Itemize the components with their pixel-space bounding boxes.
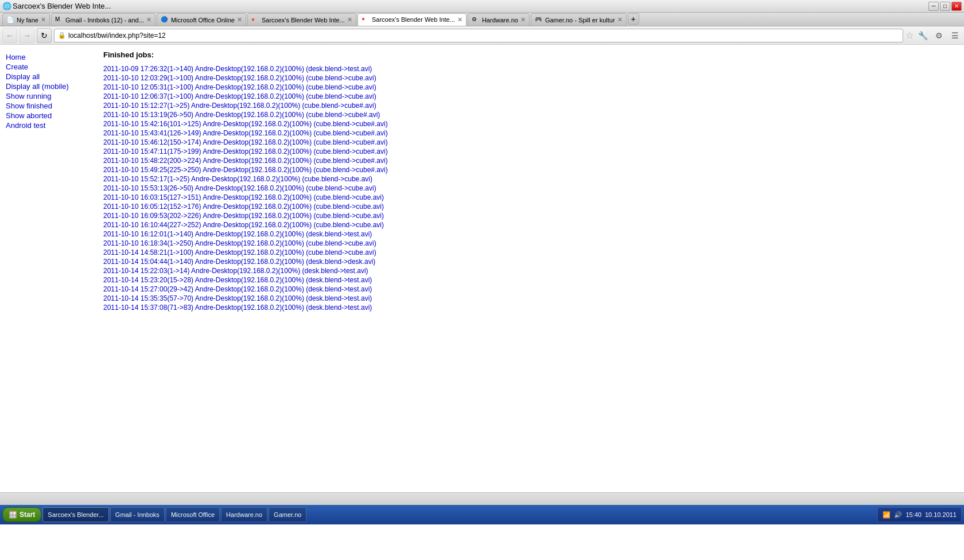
tabs-bar: 📄 Ny fane ✕ M Gmail - Innboks (12) - and… bbox=[0, 13, 964, 26]
browser-icon: 🌐 bbox=[2, 2, 11, 10]
address-bar[interactable]: 🔒 localhost/bwi/index.php?site=12 bbox=[54, 29, 903, 42]
tab-close-icon[interactable]: ✕ bbox=[41, 16, 46, 24]
tab-close-icon[interactable]: ✕ bbox=[347, 16, 352, 24]
tab-label: Gamer.no - Spill er kultur bbox=[545, 17, 615, 24]
sidebar-item-home[interactable]: Home bbox=[6, 53, 98, 61]
tray-icon-sound: 🔊 bbox=[894, 511, 902, 519]
job-link[interactable]: 2011-10-10 15:53:13(26->50) Andre-Deskto… bbox=[103, 184, 958, 192]
tab-close-icon[interactable]: ✕ bbox=[520, 16, 526, 24]
tab-blender1[interactable]: ● Sarcoex's Blender Web Inte... ✕ bbox=[247, 13, 356, 26]
job-link[interactable]: 2011-10-14 14:58:21(1->100) Andre-Deskto… bbox=[103, 248, 958, 256]
new-tab-button[interactable]: + bbox=[628, 13, 639, 25]
sidebar-item-android-test[interactable]: Android test bbox=[6, 121, 98, 130]
sidebar-item-display-all[interactable]: Display all bbox=[6, 72, 98, 81]
tray-time: 15:40 bbox=[905, 511, 922, 518]
tab-favicon: ● bbox=[362, 15, 370, 24]
title-bar: 🌐 Sarcoex's Blender Web Inte... ─ □ ✕ bbox=[0, 0, 964, 13]
job-link[interactable]: 2011-10-14 15:23:20(15->28) Andre-Deskto… bbox=[103, 276, 958, 284]
start-button[interactable]: 🪟 Start bbox=[2, 507, 41, 522]
job-link[interactable]: 2011-10-10 16:03:15(127->151) Andre-Desk… bbox=[103, 193, 958, 201]
tab-hardware[interactable]: ⚙ Hardware.no ✕ bbox=[468, 13, 530, 26]
status-bar bbox=[0, 492, 964, 505]
tab-label: Sarcoex's Blender Web Inte... bbox=[372, 16, 455, 23]
close-button[interactable]: ✕ bbox=[951, 2, 962, 11]
minimize-button[interactable]: ─ bbox=[928, 2, 939, 11]
job-link[interactable]: 2011-10-14 15:04:44(1->140) Andre-Deskto… bbox=[103, 258, 958, 266]
start-icon: 🪟 bbox=[9, 511, 17, 519]
job-link[interactable]: 2011-10-10 12:03:29(1->100) Andre-Deskto… bbox=[103, 74, 958, 82]
tab-label: Hardware.no bbox=[482, 17, 518, 24]
job-link[interactable]: 2011-10-10 15:46:12(150->174) Andre-Desk… bbox=[103, 138, 958, 146]
bookmark-star-icon[interactable]: ☆ bbox=[905, 30, 914, 41]
tab-gmail[interactable]: M Gmail - Innboks (12) - and... ✕ bbox=[51, 13, 156, 26]
tab-favicon: M bbox=[55, 16, 63, 24]
tab-label: Microsoft Office Online bbox=[171, 17, 235, 24]
tab-close-icon[interactable]: ✕ bbox=[146, 16, 151, 24]
job-link[interactable]: 2011-10-10 15:52:17(1->25) Andre-Desktop… bbox=[103, 175, 958, 183]
sidebar-item-display-all-mobile[interactable]: Display all (mobile) bbox=[6, 82, 98, 91]
navigation-bar: ← → ↻ 🔒 localhost/bwi/index.php?site=12 … bbox=[0, 26, 964, 45]
job-link[interactable]: 2011-10-10 15:48:22(200->224) Andre-Desk… bbox=[103, 157, 958, 165]
menu-icon[interactable]: ☰ bbox=[948, 29, 962, 42]
job-link[interactable]: 2011-10-10 12:05:31(1->100) Andre-Deskto… bbox=[103, 83, 958, 91]
tab-gamer[interactable]: 🎮 Gamer.no - Spill er kultur ✕ bbox=[531, 13, 627, 26]
taskbar-tray: 📶 🔊 15:40 10.10.2011 bbox=[877, 507, 962, 522]
job-link[interactable]: 2011-10-14 15:27:00(29->42) Andre-Deskto… bbox=[103, 285, 958, 293]
job-link[interactable]: 2011-10-10 16:12:01(1->140) Andre-Deskto… bbox=[103, 230, 958, 238]
job-link[interactable]: 2011-10-14 15:37:08(71->83) Andre-Deskto… bbox=[103, 304, 958, 312]
sidebar-item-show-finished[interactable]: Show finished bbox=[6, 102, 98, 110]
sidebar-item-show-running[interactable]: Show running bbox=[6, 92, 98, 100]
taskbar-item[interactable]: Sarcoex's Blender... bbox=[42, 507, 109, 522]
start-label: Start bbox=[20, 511, 35, 519]
nav-right-controls: ☆ 🔧 ⚙ ☰ bbox=[905, 29, 962, 42]
job-link[interactable]: 2011-10-10 15:43:41(126->149) Andre-Desk… bbox=[103, 129, 958, 137]
sidebar: Home Create Display all Display all (mob… bbox=[6, 50, 98, 487]
maximize-button[interactable]: □ bbox=[940, 2, 950, 11]
tab-favicon: 🎮 bbox=[535, 16, 543, 24]
tab-close-icon[interactable]: ✕ bbox=[617, 16, 623, 24]
sidebar-item-create[interactable]: Create bbox=[6, 63, 98, 71]
tray-icon-network: 📶 bbox=[883, 511, 891, 519]
jobs-list: 2011-10-09 17:26:32(1->140) Andre-Deskto… bbox=[103, 65, 958, 312]
reload-button[interactable]: ↻ bbox=[37, 28, 52, 43]
job-link[interactable]: 2011-10-10 15:13:19(26->50) Andre-Deskto… bbox=[103, 111, 958, 119]
wrench-icon[interactable]: 🔧 bbox=[916, 29, 930, 42]
tab-blender2[interactable]: ● Sarcoex's Blender Web Inte... ✕ bbox=[357, 13, 467, 26]
taskbar-item[interactable]: Microsoft Office bbox=[166, 507, 220, 522]
job-link[interactable]: 2011-10-10 15:47:11(175->199) Andre-Desk… bbox=[103, 147, 958, 155]
tab-office[interactable]: 🔵 Microsoft Office Online ✕ bbox=[157, 13, 246, 26]
job-link[interactable]: 2011-10-10 15:49:25(225->250) Andre-Desk… bbox=[103, 166, 958, 174]
job-link[interactable]: 2011-10-14 15:22:03(1->14) Andre-Desktop… bbox=[103, 267, 958, 275]
forward-button[interactable]: → bbox=[20, 28, 34, 43]
tab-close-icon[interactable]: ✕ bbox=[237, 16, 242, 24]
browser-chrome: 🌐 Sarcoex's Blender Web Inte... ─ □ ✕ 📄 … bbox=[0, 0, 964, 45]
tab-favicon: ● bbox=[251, 16, 259, 24]
job-link[interactable]: 2011-10-14 15:35:35(57->70) Andre-Deskto… bbox=[103, 294, 958, 302]
tab-close-icon[interactable]: ✕ bbox=[457, 16, 462, 24]
tools-icon[interactable]: ⚙ bbox=[932, 29, 946, 42]
job-link[interactable]: 2011-10-10 15:42:16(101->125) Andre-Desk… bbox=[103, 120, 958, 128]
tab-ny-fane[interactable]: 📄 Ny fane ✕ bbox=[2, 13, 50, 26]
main-content: Finished jobs: 2011-10-09 17:26:32(1->14… bbox=[98, 50, 958, 487]
job-link[interactable]: 2011-10-10 16:05:12(152->176) Andre-Desk… bbox=[103, 203, 958, 211]
job-link[interactable]: 2011-10-10 16:10:44(227->252) Andre-Desk… bbox=[103, 221, 958, 229]
job-link[interactable]: 2011-10-09 17:26:32(1->140) Andre-Deskto… bbox=[103, 65, 958, 73]
taskbar-item[interactable]: Gmail - Innboks bbox=[110, 507, 165, 522]
page-content: Home Create Display all Display all (mob… bbox=[0, 45, 964, 492]
job-link[interactable]: 2011-10-10 12:06:37(1->100) Andre-Deskto… bbox=[103, 92, 958, 100]
lock-icon: 🔒 bbox=[58, 32, 66, 39]
page-heading: Finished jobs: bbox=[103, 50, 958, 59]
tab-favicon: 🔵 bbox=[161, 16, 169, 24]
address-text: localhost/bwi/index.php?site=12 bbox=[68, 32, 899, 40]
tab-favicon: 📄 bbox=[6, 16, 14, 24]
job-link[interactable]: 2011-10-10 16:09:53(202->226) Andre-Desk… bbox=[103, 212, 958, 220]
taskbar-item[interactable]: Hardware.no bbox=[221, 507, 267, 522]
taskbar-item[interactable]: Gamer.no bbox=[269, 507, 306, 522]
title-bar-left: 🌐 Sarcoex's Blender Web Inte... bbox=[2, 2, 111, 10]
tab-label: Sarcoex's Blender Web Inte... bbox=[262, 17, 345, 24]
job-link[interactable]: 2011-10-10 16:18:34(1->250) Andre-Deskto… bbox=[103, 239, 958, 247]
job-link[interactable]: 2011-10-10 15:12:27(1->25) Andre-Desktop… bbox=[103, 102, 958, 110]
back-button[interactable]: ← bbox=[2, 28, 17, 43]
sidebar-item-show-aborted[interactable]: Show aborted bbox=[6, 111, 98, 120]
tray-date: 10.10.2011 bbox=[925, 511, 957, 518]
